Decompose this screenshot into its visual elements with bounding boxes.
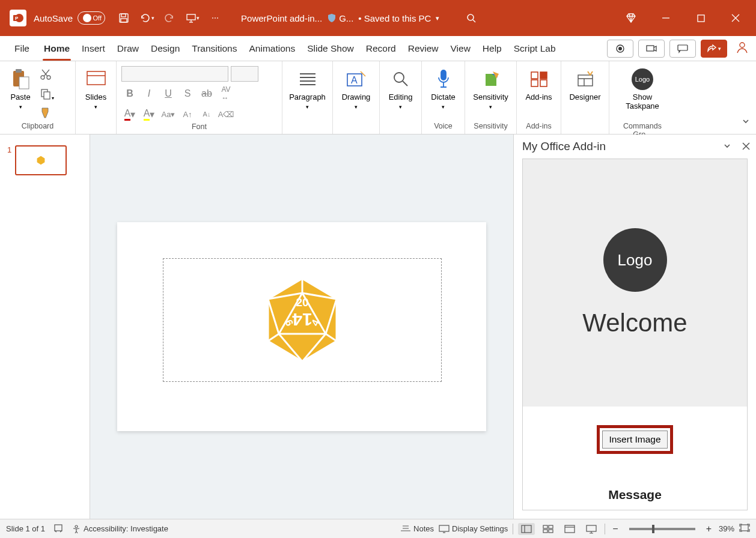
sorter-view-icon[interactable] (540, 523, 556, 535)
tab-design[interactable]: Design (145, 36, 186, 61)
zoom-in-icon[interactable]: + (704, 524, 714, 534)
collapse-ribbon-icon[interactable] (742, 117, 750, 128)
increase-font-icon[interactable]: A↑ (179, 106, 196, 122)
change-case-icon[interactable]: Aa▾ (160, 106, 177, 122)
tab-view[interactable]: View (445, 36, 477, 61)
slideshow-view-icon[interactable] (583, 523, 600, 535)
dictate-button[interactable]: Dictate ▾ (428, 66, 459, 110)
group-label-voice: Voice (427, 122, 460, 133)
svg-rect-4 (121, 14, 126, 17)
character-spacing-icon[interactable]: AV↔ (218, 85, 234, 102)
present-icon[interactable]: ▾ (184, 10, 200, 26)
svg-point-10 (618, 47, 622, 50)
slides-button[interactable]: Slides ▾ (81, 66, 112, 110)
fit-to-window-icon[interactable] (739, 524, 750, 534)
svg-rect-44 (543, 525, 547, 528)
maximize-icon[interactable] (691, 8, 710, 28)
minimize-icon[interactable] (656, 8, 675, 28)
decrease-font-icon[interactable]: A↓ (198, 106, 215, 122)
drawing-button[interactable]: A Drawing ▾ (341, 66, 372, 110)
accessibility-status[interactable]: Accessibility: Investigate (72, 524, 168, 534)
window-controls (621, 8, 756, 28)
thumbnail-preview[interactable] (15, 145, 67, 175)
tab-home[interactable]: Home (38, 36, 76, 61)
doc-title[interactable]: PowerPoint add-in... (241, 13, 322, 23)
underline-icon[interactable]: U (160, 85, 177, 102)
tab-file[interactable]: File (8, 36, 38, 61)
cut-icon[interactable] (40, 68, 54, 83)
tab-draw[interactable]: Draw (111, 36, 145, 61)
svg-rect-27 (531, 72, 538, 79)
group-label-font: Font (121, 122, 277, 133)
zoom-out-icon[interactable]: − (610, 524, 620, 534)
chevron-down-icon[interactable]: ▾ (436, 14, 439, 22)
group-commands: Logo Show Taskpane Commands Gro... (609, 61, 675, 134)
record-button[interactable] (607, 40, 633, 58)
format-painter-icon[interactable] (40, 107, 54, 121)
tab-record[interactable]: Record (360, 36, 402, 61)
paste-button[interactable]: Paste ▾ (5, 66, 36, 110)
show-taskpane-button[interactable]: Logo Show Taskpane (626, 66, 659, 110)
undo-icon[interactable]: ▾ (139, 10, 154, 26)
teams-present-button[interactable] (638, 40, 665, 58)
copy-icon[interactable]: ▾ (40, 88, 54, 102)
tab-scriptlab[interactable]: Script Lab (508, 36, 562, 61)
svg-rect-12 (678, 45, 687, 50)
save-icon[interactable] (116, 10, 132, 26)
share-button[interactable]: ▾ (701, 40, 727, 58)
zoom-percent[interactable]: 39% (719, 524, 734, 533)
redo-icon[interactable] (162, 10, 177, 26)
shield-icon[interactable]: G... (327, 13, 353, 23)
normal-view-icon[interactable] (518, 523, 535, 535)
font-family-combo[interactable] (121, 66, 228, 82)
autosave-control[interactable]: AutoSave Off (34, 11, 105, 25)
taskpane-menu-icon[interactable] (723, 140, 731, 153)
sensitivity-button[interactable]: Sensitivity ▾ (473, 66, 508, 110)
saved-indicator[interactable]: • Saved to this PC (358, 13, 431, 23)
premium-diamond-icon[interactable] (621, 8, 641, 28)
notes-button[interactable]: Notes (400, 524, 434, 533)
microphone-icon (433, 68, 454, 90)
clear-format-icon[interactable]: A⌫ (218, 106, 234, 122)
d20-dice-image[interactable]: 20 14 6 4 (263, 276, 341, 364)
designer-button[interactable]: Designer (569, 66, 600, 101)
addins-button[interactable]: Add-ins (523, 66, 555, 101)
insert-image-button[interactable]: Insert Image (602, 431, 667, 449)
slide-canvas-area[interactable]: 20 14 6 4 (90, 134, 513, 519)
search-icon[interactable] (463, 10, 479, 26)
font-color-icon[interactable]: A▾ (121, 106, 138, 122)
shadow-icon[interactable]: S (179, 85, 196, 102)
strikethrough-icon[interactable]: ab (198, 85, 215, 102)
tab-insert[interactable]: Insert (76, 36, 111, 61)
svg-rect-42 (439, 525, 449, 531)
paragraph-button[interactable]: Paragraph ▾ (289, 66, 326, 110)
display-settings-button[interactable]: Display Settings (439, 524, 508, 533)
title-placeholder[interactable]: 20 14 6 4 (163, 258, 442, 382)
language-icon[interactable] (53, 523, 63, 534)
slide[interactable]: 20 14 6 4 (117, 222, 486, 431)
editing-button[interactable]: Editing ▾ (385, 66, 416, 110)
tab-help[interactable]: Help (477, 36, 508, 61)
tab-animations[interactable]: Animations (243, 36, 301, 61)
zoom-slider[interactable] (629, 528, 695, 530)
comments-button[interactable] (669, 40, 696, 58)
thumbnail-slide-1[interactable]: 1 (7, 145, 82, 175)
tab-review[interactable]: Review (402, 36, 445, 61)
tab-slideshow[interactable]: Slide Show (301, 36, 360, 61)
bold-icon[interactable]: B (121, 85, 138, 102)
highlight-icon[interactable]: A▾ (141, 106, 157, 122)
reading-view-icon[interactable] (561, 523, 578, 535)
account-icon[interactable] (736, 41, 749, 56)
svg-rect-28 (540, 72, 547, 79)
autosave-toggle[interactable]: Off (78, 11, 105, 25)
qat-customize-icon[interactable]: ⋯ (207, 10, 223, 26)
autosave-knob (83, 14, 91, 22)
italic-icon[interactable]: I (141, 85, 157, 102)
close-icon[interactable] (726, 8, 745, 28)
svg-rect-40 (55, 525, 62, 531)
slide-thumbnail-pane[interactable]: 1 (0, 134, 90, 519)
slide-count[interactable]: Slide 1 of 1 (6, 524, 45, 533)
taskpane-close-icon[interactable] (742, 140, 750, 153)
tab-transitions[interactable]: Transitions (186, 36, 243, 61)
font-size-combo[interactable] (231, 66, 258, 82)
